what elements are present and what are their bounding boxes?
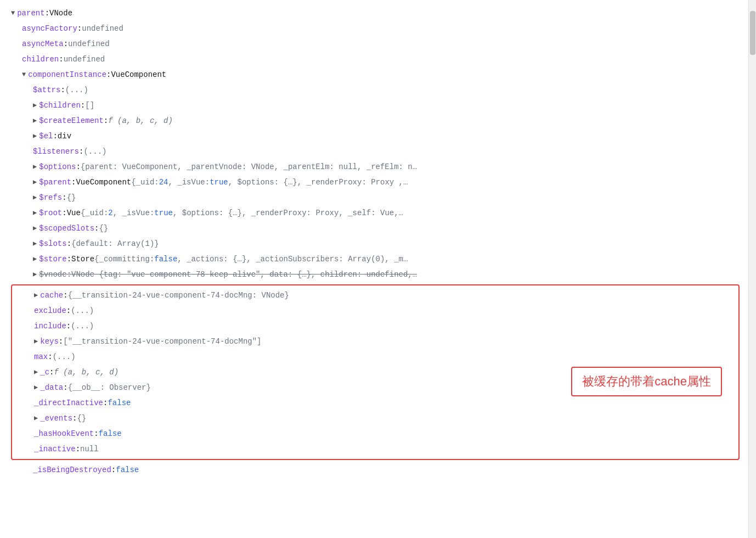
key-children: children	[22, 52, 59, 67]
val-listeners: (...)	[83, 144, 106, 159]
val-slots: {default: Array(1)}	[71, 236, 159, 251]
val-parent: VNode	[49, 5, 72, 21]
triangle-data[interactable]: ▶	[34, 380, 38, 395]
val-include: (...)	[71, 318, 94, 334]
line-listeners: $listeners : (...)	[11, 144, 748, 159]
line-dollar-parent: ▶ $parent : VueComponent {_uid: 24, _isV…	[11, 175, 748, 190]
val-dollar-children: []	[85, 98, 94, 113]
line-cache: ▶ cache : {__transition-24-vue-component…	[12, 288, 738, 303]
line-scopedslots: ▶ $scopedSlots : {}	[11, 221, 748, 236]
line-keys: ▶ keys : ["__transition-24-vue-component…	[12, 334, 738, 349]
triangle-componentinstance[interactable]: ▼	[22, 67, 26, 82]
val-events: {}	[77, 411, 86, 426]
line-vnode: ▶ $vnode : VNode {tag: "vue-component-78…	[11, 267, 748, 282]
key-parent: parent	[17, 5, 44, 21]
val-asyncmeta: undefined	[68, 36, 110, 52]
val-keys: ["__transition-24-vue-component-74-docMn…	[63, 334, 261, 349]
triangle-createelement[interactable]: ▶	[33, 113, 37, 128]
key-attrs: $attrs	[33, 82, 60, 98]
key-events: _events	[40, 411, 72, 426]
key-asyncfactory: asyncFactory	[22, 21, 77, 36]
line-componentinstance: ▼ componentInstance : VueComponent	[11, 67, 748, 82]
val-directinactive: false	[108, 395, 131, 411]
annotation-box: 被缓存的带着cache属性	[571, 367, 722, 396]
triangle-dollar-parent[interactable]: ▶	[33, 175, 37, 190]
highlighted-box: 被缓存的带着cache属性 ▶ cache : {__transition-24…	[11, 284, 740, 460]
triangle-c[interactable]: ▶	[34, 365, 38, 380]
line-refs: ▶ $refs : {}	[11, 190, 748, 205]
val-vnode: VNode {tag: "vue-component-78-keep-alive…	[71, 267, 417, 282]
annotation-text: 被缓存的带着cache属性	[582, 374, 711, 388]
key-c: _c	[40, 365, 49, 380]
triangle-keys[interactable]: ▶	[34, 334, 38, 349]
line-attrs: $attrs : (...)	[11, 82, 748, 98]
line-include: include : (...)	[12, 318, 738, 334]
val-dollar-parent-type: VueComponent	[76, 175, 131, 190]
triangle-events[interactable]: ▶	[34, 411, 38, 426]
triangle-slots[interactable]: ▶	[33, 236, 37, 251]
val-inactive: null	[80, 441, 99, 457]
line-dollar-children: ▶ $children : []	[11, 98, 748, 113]
triangle-dollar-children[interactable]: ▶	[33, 98, 37, 113]
val-isbeingdestroyed: false	[116, 462, 139, 478]
key-createelement: $createElement	[39, 113, 104, 128]
triangle-refs[interactable]: ▶	[33, 190, 37, 205]
val-root-detail: {_uid:	[81, 205, 108, 221]
key-dollar-children: $children	[39, 98, 81, 113]
key-refs: $refs	[39, 190, 62, 205]
line-inactive: _inactive : null	[12, 441, 738, 457]
line-children: children : undefined	[11, 52, 748, 67]
key-componentinstance: componentInstance	[28, 67, 106, 82]
key-exclude: exclude	[34, 303, 66, 318]
key-cache: cache	[40, 288, 63, 303]
triangle-parent[interactable]: ▼	[11, 5, 15, 21]
scrollbar-thumb[interactable]	[750, 11, 755, 55]
line-store: ▶ $store : Store {_committing: false, _a…	[11, 251, 748, 267]
line-asyncmeta: asyncMeta : undefined	[11, 36, 748, 52]
val-dollar-parent-detail: {_uid:	[131, 175, 159, 190]
val-root-type: Vue	[67, 205, 81, 221]
scrollbar[interactable]	[748, 0, 756, 538]
key-options: $options	[39, 159, 76, 175]
line-parent: ▼ parent : VNode	[11, 5, 748, 21]
val-children: undefined	[64, 52, 105, 67]
line-isbeingdestroyed: _isBeingDestroyed : false	[11, 462, 748, 478]
line-hashookevent: _hasHookEvent : false	[12, 426, 738, 441]
line-exclude: exclude : (...)	[12, 303, 738, 318]
val-scopedslots: {}	[99, 221, 108, 236]
val-asyncfactory: undefined	[82, 21, 123, 36]
val-store-detail: {_committing:	[94, 251, 154, 267]
val-c: f (a, b, c, d)	[54, 365, 119, 380]
key-slots: $slots	[39, 236, 66, 251]
line-el: ▶ $el : div	[11, 128, 748, 144]
val-uid-24: 24	[159, 175, 168, 190]
key-vnode: $vnode	[39, 267, 66, 282]
triangle-el[interactable]: ▶	[33, 128, 37, 144]
triangle-root[interactable]: ▶	[33, 205, 37, 221]
triangle-cache[interactable]: ▶	[34, 288, 38, 303]
val-store-type: Store	[71, 251, 94, 267]
key-data: _data	[40, 380, 63, 395]
code-panel: ▼ parent : VNode asyncFactory : undefine…	[0, 0, 748, 538]
triangle-options[interactable]: ▶	[33, 159, 37, 175]
val-hashookevent: false	[99, 426, 122, 441]
key-root: $root	[39, 205, 62, 221]
key-dollar-parent: $parent	[39, 175, 71, 190]
val-el: div	[58, 128, 71, 144]
line-directinactive: _directInactive : false	[12, 395, 738, 411]
triangle-store[interactable]: ▶	[33, 251, 37, 267]
key-inactive: _inactive	[34, 441, 76, 457]
triangle-scopedslots[interactable]: ▶	[33, 221, 37, 236]
val-max: (...)	[53, 349, 76, 365]
val-exclude: (...)	[71, 303, 94, 318]
key-include: include	[34, 318, 66, 334]
triangle-vnode[interactable]: ▶	[33, 267, 37, 282]
key-hashookevent: _hasHookEvent	[34, 426, 94, 441]
key-isbeingdestroyed: _isBeingDestroyed	[33, 462, 111, 478]
val-attrs: (...)	[65, 82, 88, 98]
line-createelement: ▶ $createElement : f (a, b, c, d)	[11, 113, 748, 128]
key-el: $el	[39, 128, 53, 144]
val-options: {parent: VueComponent, _parentVnode: VNo…	[81, 159, 417, 175]
key-keys: keys	[40, 334, 59, 349]
key-directinactive: _directInactive	[34, 395, 103, 411]
